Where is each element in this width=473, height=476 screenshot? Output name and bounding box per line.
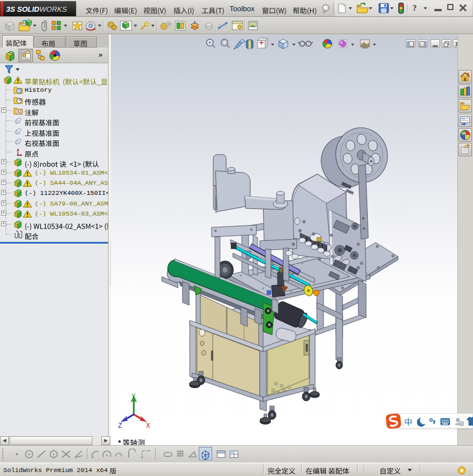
svg-text:Y: Y	[132, 393, 135, 401]
svg-text:Z: Z	[118, 422, 122, 430]
svg-text:X: X	[146, 422, 150, 430]
svg-text:A: A	[17, 110, 20, 115]
